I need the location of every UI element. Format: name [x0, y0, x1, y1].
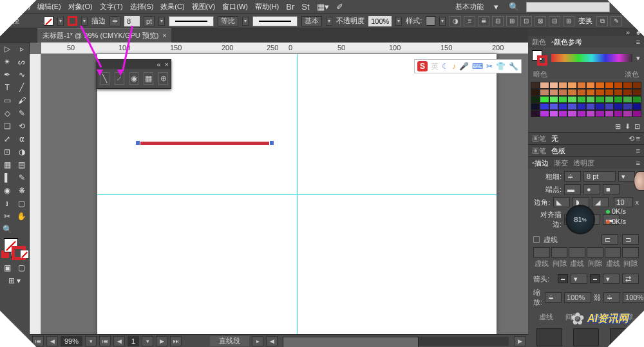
- selection-tool[interactable]: ▷: [0, 42, 15, 55]
- status-dd[interactable]: ▸: [252, 336, 263, 346]
- line-object[interactable]: [137, 142, 272, 145]
- width-tool[interactable]: ⍺: [15, 133, 30, 145]
- blend-tool[interactable]: ◉: [0, 184, 15, 197]
- artboard-nav[interactable]: 1: [128, 336, 139, 346]
- swatch-cell[interactable]: [632, 89, 641, 96]
- opacity-input[interactable]: 100%: [368, 16, 392, 26]
- swatch-cell[interactable]: [614, 89, 623, 96]
- swatch-cell[interactable]: [623, 110, 632, 117]
- swatch-cell[interactable]: [595, 110, 604, 117]
- ime-moon-icon[interactable]: ☾: [442, 62, 449, 71]
- stroke-weight-stepper[interactable]: ≑: [564, 171, 581, 182]
- panel-fillstroke[interactable]: [532, 50, 547, 66]
- swatch-cell[interactable]: [577, 96, 586, 103]
- collapse-panels-icon[interactable]: »: [626, 28, 630, 36]
- prev2-icon[interactable]: ◀: [113, 336, 125, 346]
- swatch-cell[interactable]: [595, 82, 604, 89]
- menu-effect[interactable]: 效果(C): [157, 1, 187, 13]
- scroll-left-icon[interactable]: ◀: [266, 336, 278, 346]
- artboard[interactable]: [97, 54, 497, 334]
- swatch-cell[interactable]: [531, 82, 540, 89]
- swatch-cell[interactable]: [558, 82, 567, 89]
- profile-thumb[interactable]: [573, 328, 599, 346]
- horizontal-ruler[interactable]: 50 100 150 200 250 0 50 100 150 200: [41, 42, 528, 54]
- swatch-cell[interactable]: [632, 96, 641, 103]
- menu-edit[interactable]: 编辑(E): [34, 1, 64, 13]
- menu-help[interactable]: 帮助(H): [252, 1, 282, 13]
- stroke-size-stepper[interactable]: ≑: [109, 16, 120, 26]
- toolbox-options[interactable]: ⊞ ▾: [0, 274, 29, 287]
- avatar-bubble[interactable]: [634, 171, 644, 191]
- zoom-input[interactable]: 99%: [61, 336, 82, 346]
- mini-panel[interactable]: « × ╲ ⟋ ◉ ▦ ⊕: [97, 59, 171, 89]
- stroke-size-dropdown[interactable]: ▾: [158, 17, 165, 26]
- symbol-tool[interactable]: ❋: [15, 184, 30, 197]
- swatch-cell[interactable]: [540, 89, 549, 96]
- tab-brush[interactable]: 画笔: [532, 134, 546, 144]
- swatch-cell[interactable]: [549, 89, 558, 96]
- lasso-tool[interactable]: ᔕ: [15, 55, 30, 68]
- transform-label[interactable]: 变换: [578, 16, 592, 26]
- swatch-more-icon[interactable]: ⊡: [634, 122, 640, 131]
- type-tool[interactable]: T: [0, 81, 15, 94]
- swatch-cell[interactable]: [623, 82, 632, 89]
- dashed-checkbox[interactable]: [533, 236, 540, 243]
- style-swatch[interactable]: [426, 16, 435, 26]
- ime-scissors-icon[interactable]: ✂: [486, 62, 493, 71]
- swatch-cell[interactable]: [567, 89, 576, 96]
- last-page-icon[interactable]: ⏭: [170, 336, 182, 346]
- zoom-tool[interactable]: 🔍: [0, 223, 15, 236]
- screen-mode-normal[interactable]: ▣: [0, 261, 15, 274]
- stroke-weight-input[interactable]: 8 pt: [583, 171, 616, 182]
- swatch-cell[interactable]: [531, 89, 540, 96]
- horizontal-scrollbar[interactable]: [283, 337, 509, 346]
- tab-color-guide[interactable]: ◦颜色参考: [551, 37, 582, 47]
- swatch-cell[interactable]: [567, 82, 576, 89]
- cap-square[interactable]: ■: [603, 184, 620, 194]
- dash-cell[interactable]: [533, 247, 550, 258]
- vertical-ruler[interactable]: [30, 54, 41, 334]
- swatch-cell[interactable]: [540, 96, 549, 103]
- panel-menu-icon[interactable]: ≡: [636, 147, 640, 155]
- eyedropper-tool[interactable]: ✎: [15, 171, 30, 184]
- horizontal-guide[interactable]: [97, 194, 497, 195]
- align6-icon[interactable]: ⊠: [535, 16, 546, 26]
- swatch-lib-icon[interactable]: ⊞: [615, 122, 621, 131]
- dash-cell[interactable]: [569, 247, 585, 258]
- stroke-swatch[interactable]: [68, 16, 77, 26]
- arrow-scale-a[interactable]: 100%: [564, 292, 591, 303]
- scale-tool[interactable]: ⤢: [0, 133, 15, 145]
- edit-icon[interactable]: ✎: [611, 16, 622, 26]
- swatch-cell[interactable]: [540, 110, 549, 117]
- swatch-cell[interactable]: [614, 103, 623, 110]
- ime-mode[interactable]: 英: [431, 61, 439, 72]
- swatch-cell[interactable]: [549, 96, 558, 103]
- swatch-cell[interactable]: [586, 110, 595, 117]
- swap-arrows-icon[interactable]: ⇄: [622, 274, 639, 284]
- cap-butt[interactable]: ▬: [564, 184, 581, 194]
- ime-keyboard-icon[interactable]: ⌨: [472, 62, 483, 71]
- stock-icon[interactable]: St: [298, 1, 312, 13]
- ime-skin-icon[interactable]: 👕: [496, 62, 506, 71]
- graph-tool[interactable]: ⫾: [0, 197, 15, 210]
- align5-icon[interactable]: ⊡: [520, 16, 532, 26]
- prev-page-icon[interactable]: ⏮: [99, 336, 111, 346]
- swatch-cell[interactable]: [549, 110, 558, 117]
- arrow-start-dd[interactable]: [558, 274, 568, 283]
- tab-color[interactable]: 颜色: [532, 37, 546, 47]
- swatch-cell[interactable]: [595, 89, 604, 96]
- swatch-cell[interactable]: [623, 103, 632, 110]
- swatch-cell[interactable]: [567, 96, 576, 103]
- swatch-cell[interactable]: [623, 89, 632, 96]
- swatch-cell[interactable]: [577, 103, 586, 110]
- swatch-cell[interactable]: [531, 103, 540, 110]
- tab-gradient[interactable]: 渐变: [554, 158, 568, 168]
- pen-tool[interactable]: ✒: [0, 68, 15, 81]
- opacity-label[interactable]: 不透明度: [336, 16, 365, 26]
- mini-tool-polar[interactable]: ⊕: [158, 72, 168, 85]
- ime-logo-icon[interactable]: S: [417, 61, 428, 71]
- align-icon[interactable]: ≡: [464, 16, 475, 26]
- swatch-save-icon[interactable]: ⬇: [625, 122, 630, 131]
- brush-profile-label[interactable]: 等比: [218, 16, 238, 26]
- swatch-cell[interactable]: [567, 110, 576, 117]
